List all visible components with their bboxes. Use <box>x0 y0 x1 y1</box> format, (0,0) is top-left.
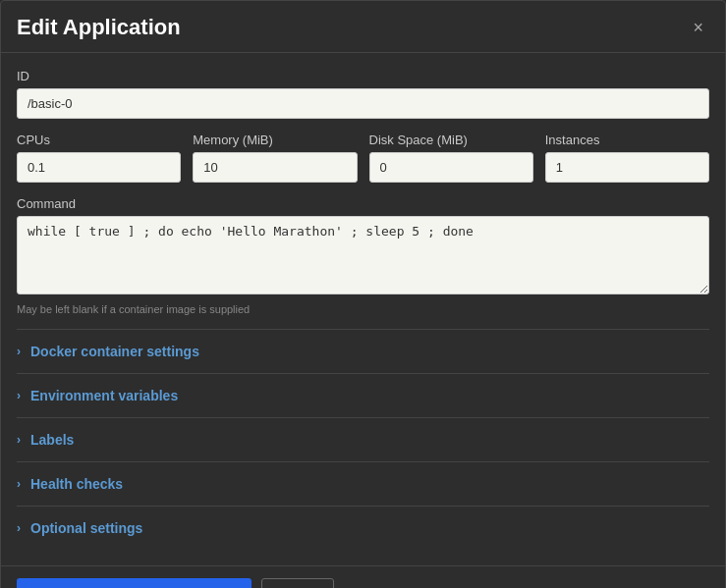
modal-header: Edit Application × <box>1 1 725 53</box>
memory-label: Memory (MiB) <box>193 133 357 147</box>
close-button[interactable]: × <box>687 17 709 38</box>
cancel-button[interactable]: Cancel <box>261 578 334 588</box>
cpus-col: CPUs <box>17 133 181 183</box>
health-section: › Health checks <box>17 461 709 506</box>
command-textarea[interactable]: while [ true ] ; do echo 'Hello Marathon… <box>17 216 709 294</box>
instances-col: Instances <box>545 133 709 183</box>
labels-section-header[interactable]: › Labels <box>17 430 709 450</box>
disk-col: Disk Space (MiB) <box>369 133 533 183</box>
docker-section-header[interactable]: › Docker container settings <box>17 342 709 361</box>
command-field-group: Command while [ true ] ; do echo 'Hello … <box>17 196 709 315</box>
disk-label: Disk Space (MiB) <box>369 133 533 147</box>
env-section-label: Environment variables <box>30 388 178 403</box>
modal-footer: Change and deploy configuration Cancel <box>1 565 725 588</box>
edit-application-modal: Edit Application × ID CPUs Memory (MiB) … <box>0 0 726 588</box>
instances-input[interactable] <box>545 152 709 183</box>
chevron-icon-health: › <box>17 477 21 491</box>
optional-section-header[interactable]: › Optional settings <box>17 518 709 538</box>
labels-section-label: Labels <box>30 432 74 448</box>
chevron-icon-optional: › <box>17 521 21 535</box>
optional-section-label: Optional settings <box>30 520 142 536</box>
id-field-group: ID <box>17 69 709 119</box>
health-section-header[interactable]: › Health checks <box>17 474 709 494</box>
chevron-icon-env: › <box>17 389 21 402</box>
cpus-label: CPUs <box>17 133 181 147</box>
chevron-icon-docker: › <box>17 345 21 358</box>
docker-section-label: Docker container settings <box>30 344 199 359</box>
health-section-label: Health checks <box>30 476 123 492</box>
docker-section: › Docker container settings <box>17 329 709 373</box>
optional-section: › Optional settings <box>17 506 709 550</box>
deploy-button[interactable]: Change and deploy configuration <box>17 578 251 588</box>
memory-input[interactable] <box>193 152 357 183</box>
command-label: Command <box>17 196 709 211</box>
modal-title: Edit Application <box>17 15 181 40</box>
cpus-input[interactable] <box>17 152 181 183</box>
disk-input[interactable] <box>369 152 533 183</box>
id-input[interactable] <box>17 88 709 119</box>
resource-row: CPUs Memory (MiB) Disk Space (MiB) Insta… <box>17 133 709 183</box>
instances-label: Instances <box>545 133 709 147</box>
env-section: › Environment variables <box>17 373 709 417</box>
memory-col: Memory (MiB) <box>193 133 357 183</box>
labels-section: › Labels <box>17 417 709 461</box>
id-label: ID <box>17 69 709 83</box>
modal-body: ID CPUs Memory (MiB) Disk Space (MiB) In… <box>1 53 725 565</box>
chevron-icon-labels: › <box>17 433 21 447</box>
command-hint: May be left blank if a container image i… <box>17 303 709 315</box>
env-section-header[interactable]: › Environment variables <box>17 386 709 405</box>
